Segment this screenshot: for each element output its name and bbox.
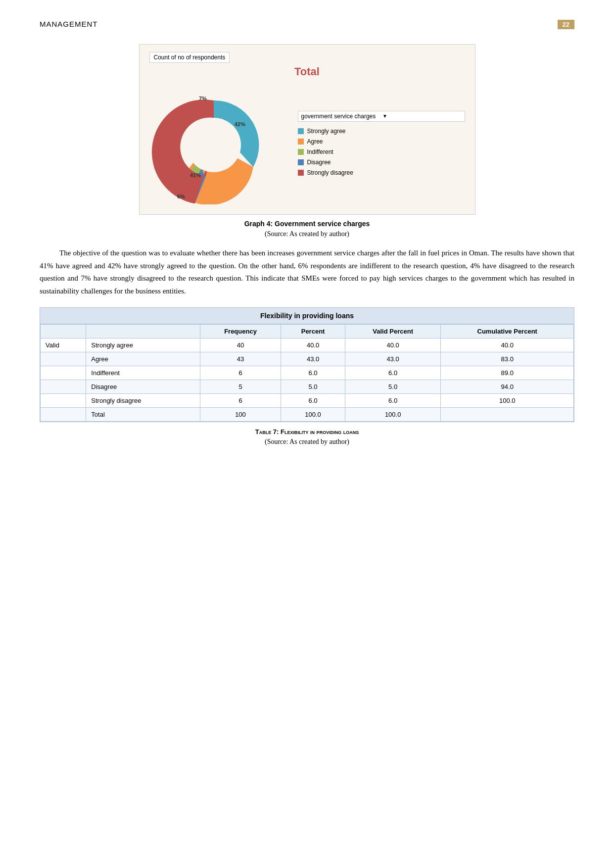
table-cell-0-5: 40.0 [441, 338, 574, 352]
table-cell-1-5: 83.0 [441, 352, 574, 366]
table-cell-5-2: 100 [200, 408, 281, 422]
label-6: 6% [177, 193, 185, 199]
th-cumulative-percent: Cumulative Percent [441, 325, 574, 338]
th-col1 [41, 325, 86, 338]
table-row: Total100100.0100.0 [41, 408, 574, 422]
table-cell-1-4: 43.0 [345, 352, 441, 366]
table-cell-4-2: 6 [200, 394, 281, 408]
table-cell-2-1: Indifferent [86, 366, 200, 380]
legend-item-disagree: Disagree [298, 159, 465, 166]
table-cell-5-3: 100.0 [281, 408, 345, 422]
legend-label-agree: Agree [307, 138, 323, 145]
donut-chart: 42% 41% 6% 4% 7% [149, 86, 288, 204]
table-cell-1-1: Agree [86, 352, 200, 366]
label-42: 42% [235, 121, 245, 127]
label-41: 41% [190, 172, 201, 178]
chevron-down-icon: ▼ [382, 113, 462, 119]
legend-color-strongly-agree [298, 128, 304, 134]
legend-label-indifferent: Indifferent [307, 148, 333, 155]
table-row: Indifferent66.06.089.0 [41, 366, 574, 380]
chart-inner: 42% 41% 6% 4% 7% government service char… [149, 86, 465, 204]
table-row: Strongly disagree66.06.0100.0 [41, 394, 574, 408]
table-cell-3-4: 5.0 [345, 380, 441, 394]
table-cell-4-4: 6.0 [345, 394, 441, 408]
table-cell-2-4: 6.0 [345, 366, 441, 380]
table-cell-5-0 [41, 408, 86, 422]
legend-item-indifferent: Indifferent [298, 148, 465, 155]
legend-label-strongly-agree: Strongly agree [307, 128, 346, 135]
table-cell-3-0 [41, 380, 86, 394]
table-cell-4-3: 6.0 [281, 394, 345, 408]
th-frequency: Frequency [200, 325, 281, 338]
chart-count-label: Count of no of respondents [149, 52, 230, 63]
table-cell-4-1: Strongly disagree [86, 394, 200, 408]
page-header: MANAGEMENT 22 [40, 20, 574, 29]
legend-color-strongly-disagree [298, 170, 304, 176]
table-cell-0-3: 40.0 [281, 338, 345, 352]
table-source: (Source: As created by author) [40, 438, 574, 446]
table-cell-2-2: 6 [200, 366, 281, 380]
label-7: 7% [199, 96, 207, 101]
th-col2 [86, 325, 200, 338]
legend-color-disagree [298, 159, 304, 165]
table-cell-0-2: 40 [200, 338, 281, 352]
table-header-row: Frequency Percent Valid Percent Cumulati… [41, 325, 574, 338]
table-cell-4-0 [41, 394, 86, 408]
label-4: 4% [183, 203, 191, 204]
graph-source: (Source: As created by author) [40, 230, 574, 238]
table-caption: Table 7: Flexibility in providing loans [40, 428, 574, 435]
legend-label-disagree: Disagree [307, 159, 331, 166]
table-cell-3-5: 94.0 [441, 380, 574, 394]
chart-title: Total [149, 65, 465, 78]
table-cell-4-5: 100.0 [441, 394, 574, 408]
table-cell-2-3: 6.0 [281, 366, 345, 380]
legend-item-strongly-disagree: Strongly disagree [298, 169, 465, 176]
table-cell-1-3: 43.0 [281, 352, 345, 366]
table-cell-2-5: 89.0 [441, 366, 574, 380]
table-cell-3-3: 5.0 [281, 380, 345, 394]
chart-legend: government service charges ▼ Strongly ag… [298, 111, 465, 180]
table-cell-0-4: 40.0 [345, 338, 441, 352]
table-row: ValidStrongly agree4040.040.040.0 [41, 338, 574, 352]
donut-hole [187, 118, 241, 172]
table-cell-5-5 [441, 408, 574, 422]
table-cell-3-1: Disagree [86, 380, 200, 394]
table-cell-0-1: Strongly agree [86, 338, 200, 352]
th-percent: Percent [281, 325, 345, 338]
table-wrapper: Flexibility in providing loans Frequency… [40, 307, 574, 422]
table-title: Flexibility in providing loans [40, 308, 574, 324]
legend-color-agree [298, 139, 304, 145]
table-cell-5-1: Total [86, 408, 200, 422]
legend-color-indifferent [298, 149, 304, 155]
chart-container: Count of no of respondents Total [139, 44, 475, 215]
table-row: Agree4343.043.083.0 [41, 352, 574, 366]
legend-item-agree: Agree [298, 138, 465, 145]
table-cell-3-2: 5 [200, 380, 281, 394]
document-title: MANAGEMENT [40, 20, 98, 28]
table-cell-2-0 [41, 366, 86, 380]
table-cell-5-4: 100.0 [345, 408, 441, 422]
table-cell-1-2: 43 [200, 352, 281, 366]
legend-dropdown[interactable]: government service charges ▼ [298, 111, 465, 122]
legend-dropdown-label: government service charges [301, 113, 380, 120]
th-valid-percent: Valid Percent [345, 325, 441, 338]
graph-caption: Graph 4: Government service charges [40, 220, 574, 228]
table-cell-1-0 [41, 352, 86, 366]
table-row: Disagree55.05.094.0 [41, 380, 574, 394]
body-paragraph: The objective of the question was to eva… [40, 247, 574, 297]
legend-item-strongly-agree: Strongly agree [298, 128, 465, 135]
legend-label-strongly-disagree: Strongly disagree [307, 169, 353, 176]
page-number: 22 [558, 20, 574, 29]
table-cell-0-0: Valid [41, 338, 86, 352]
data-table: Frequency Percent Valid Percent Cumulati… [40, 324, 574, 422]
